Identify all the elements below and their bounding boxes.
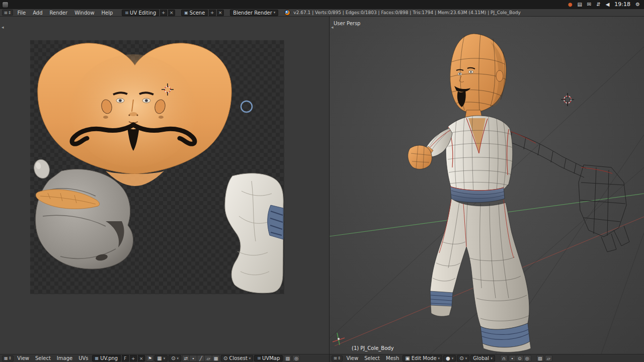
uv-editor-type-selector[interactable]: ▦ ⇕: [2, 355, 14, 361]
chevron-down-icon: ▾: [465, 354, 467, 362]
draw-other-objects-button[interactable]: ◎: [292, 355, 300, 361]
scene-selector[interactable]: ▣ Scene: [181, 10, 208, 16]
viewport-editor-type-selector[interactable]: ⊞ ⇕: [332, 355, 343, 361]
image-icon: ▦: [95, 354, 99, 362]
uv-island-egg: [32, 158, 52, 180]
vp-menu-view[interactable]: View: [344, 354, 361, 362]
sticky-selection-dropdown[interactable]: ⊙ Closest ▾: [221, 355, 253, 361]
uv-island-select-button[interactable]: ▩: [212, 355, 220, 361]
uv-selection-mode-buttons: ⇄ ∙ ╱ ▱ ▩: [182, 355, 220, 361]
pivot-icon: ⊙: [171, 354, 175, 362]
blender-logo: [284, 10, 290, 16]
uv-menu-uvs[interactable]: UVs: [76, 354, 91, 362]
uv-map-name: UVMap: [262, 354, 280, 362]
vp-menu-mesh[interactable]: Mesh: [383, 354, 401, 362]
info-editor-icon: ⊞: [4, 9, 8, 17]
pivot-icon: ⊙: [459, 354, 463, 362]
proportional-edit-button[interactable]: ◎: [524, 355, 531, 361]
scene-name: Scene: [190, 9, 205, 17]
screen-icon: ⊞: [125, 9, 128, 17]
viewport-shading-dropdown[interactable]: ● ▾: [443, 355, 456, 361]
snap-element-buttons: ∙ ⊙ ◎: [509, 355, 531, 361]
snap-target-icon: ⊙: [223, 354, 227, 362]
display-channels-dropdown[interactable]: ▦ ▾: [154, 355, 168, 361]
render-opengl-button[interactable]: ▧: [536, 355, 544, 361]
chevron-down-icon: ▾: [164, 354, 166, 362]
uv-menu-select[interactable]: Select: [33, 354, 53, 362]
mode-label: Edit Mode: [412, 354, 437, 362]
chevron-down-icon: ▾: [177, 354, 179, 362]
fake-user-button[interactable]: F: [122, 355, 129, 361]
render-engine-selector[interactable]: Blender Render ▾: [230, 10, 278, 16]
uv-island-head: [38, 43, 231, 186]
uv-face-select-button[interactable]: ▱: [205, 355, 212, 361]
uv-sync-selection-button[interactable]: ⇄: [182, 355, 190, 361]
uv-menu-view[interactable]: View: [15, 354, 32, 362]
snap-target-button[interactable]: ⊙: [516, 355, 524, 361]
snap-vertex-button[interactable]: ∙: [509, 355, 516, 361]
system-top-bar: ● ▤ ✉ ⇵ ◀ 19:18 ⚙: [0, 0, 644, 9]
transform-orientation-dropdown[interactable]: Global ▾: [470, 355, 495, 361]
menu-window[interactable]: Window: [71, 9, 97, 17]
pivot-point-dropdown[interactable]: ⊙ ▾: [457, 355, 469, 361]
add-screen-layout-button[interactable]: +: [160, 10, 167, 16]
mode-dropdown[interactable]: ▣ Edit Mode ▾: [403, 355, 442, 361]
shading-solid-icon: ●: [446, 354, 450, 362]
head: [450, 34, 506, 113]
snap-magnet-button[interactable]: ∩: [500, 355, 508, 361]
uv-map-selector[interactable]: ⊞ UVMap: [254, 355, 283, 361]
3d-view-icon: ⊞: [334, 354, 337, 362]
uv-menu-image[interactable]: Image: [54, 354, 75, 362]
editor-type-selector[interactable]: ⊞ ⇕: [2, 10, 13, 16]
active-object-label: (1) PJ_Cole_Body: [352, 345, 394, 351]
menu-file[interactable]: File: [14, 9, 29, 17]
chevron-down-icon: ▾: [274, 9, 276, 17]
orientation-label: Global: [473, 354, 489, 362]
render-engine-name: Blender Render: [233, 9, 272, 17]
uv-island-vest: [36, 169, 133, 269]
region-toggle-arrow-icon[interactable]: ◂: [2, 25, 4, 30]
image-icon: ▦: [157, 354, 162, 362]
add-scene-button[interactable]: +: [209, 10, 216, 16]
vp-menu-select[interactable]: Select: [362, 354, 382, 362]
info-header: ⊞ ⇕ File Add Render Window Help ⊞ UV Edi…: [0, 9, 644, 17]
unlink-image-button[interactable]: ×: [138, 355, 145, 361]
screen-layout-selector[interactable]: ⊞ UV Editing: [122, 10, 159, 16]
uv-edge-select-button[interactable]: ╱: [197, 355, 205, 361]
menu-help[interactable]: Help: [99, 9, 116, 17]
mail-indicator-icon[interactable]: ✉: [587, 0, 591, 9]
viewport-scene: [330, 17, 644, 354]
uv-vertex-select-button[interactable]: ∙: [190, 355, 197, 361]
blender-window: ● ▤ ✉ ⇵ ◀ 19:18 ⚙ ⊞ ⇕ File Add Render Wi…: [0, 0, 644, 362]
uv-map-icon: ⊞: [257, 354, 261, 362]
status-indicator-icon[interactable]: ●: [568, 0, 573, 9]
menu-add[interactable]: Add: [30, 9, 45, 17]
pin-image-button[interactable]: ⚑: [146, 355, 153, 361]
left-boot: [430, 291, 453, 316]
chevron-down-icon: ▾: [249, 354, 251, 362]
normalized-coords-button[interactable]: ▧: [284, 355, 291, 361]
sticky-mode-label: Closest: [229, 354, 247, 362]
keyboard-indicator-icon[interactable]: ▤: [577, 0, 582, 9]
delete-screen-layout-button[interactable]: ×: [168, 10, 175, 16]
uv-pivot-dropdown[interactable]: ⊙ ▾: [169, 355, 181, 361]
session-menu-icon[interactable]: ⚙: [635, 0, 640, 9]
app-icon[interactable]: [2, 2, 9, 8]
system-tray: ● ▤ ✉ ⇵ ◀ 19:18 ⚙: [568, 0, 640, 9]
viewport-canvas[interactable]: ◂: [330, 17, 644, 354]
uv-canvas[interactable]: ◂: [0, 17, 329, 354]
image-datablock-selector[interactable]: ▦ UV.png: [92, 355, 121, 361]
menu-render[interactable]: Render: [47, 9, 71, 17]
viewport-header: ⊞ ⇕ View Select Mesh ▣ Edit Mode ▾ ● ▾ ⊙…: [330, 354, 644, 362]
viewport-3d-area: ◂: [330, 17, 644, 362]
network-indicator-icon[interactable]: ⇵: [596, 0, 600, 9]
uv-island-ring: [241, 101, 252, 112]
scene-statistics: v2.67.1 | Verts:0/895 | Edges:0/1803 | F…: [293, 9, 520, 17]
render-animation-button[interactable]: ▱: [545, 355, 552, 361]
clock[interactable]: 19:18: [614, 0, 630, 9]
character-mesh: [408, 34, 531, 352]
chevron-down-icon: ▾: [438, 354, 440, 362]
new-image-button[interactable]: +: [130, 355, 137, 361]
delete-scene-button[interactable]: ×: [217, 10, 224, 16]
volume-indicator-icon[interactable]: ◀: [606, 0, 610, 9]
